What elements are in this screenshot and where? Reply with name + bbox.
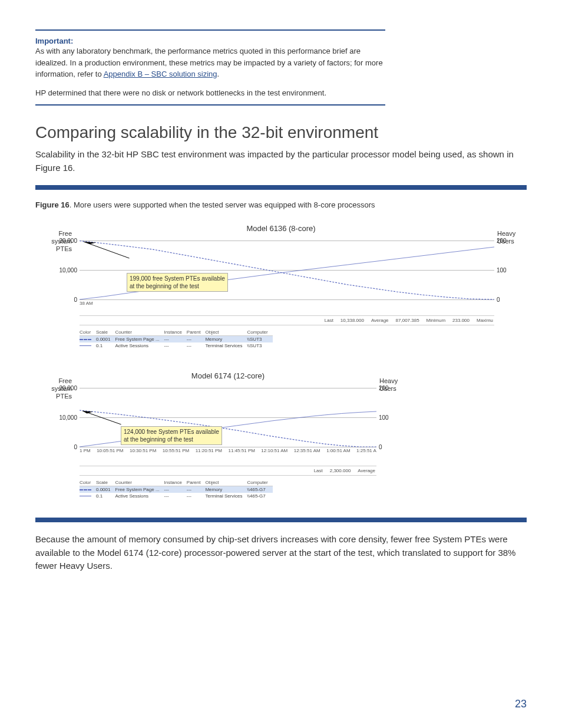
section-title: Comparing scalability in the 32-bit envi… xyxy=(35,123,527,142)
legend-row: 0.0001 Free System Page ... --- --- Memo… xyxy=(80,486,273,493)
legend-1: Color Scale Counter Instance Parent Obje… xyxy=(80,329,273,349)
chart-6174: Model 6174 (12-core) Freesystem PTEs Hea… xyxy=(35,371,468,507)
stats-row-2: Last2,300.000 Average xyxy=(80,466,376,476)
ytick: 20,000 xyxy=(59,238,77,244)
ytick: 10,000 xyxy=(59,414,77,421)
x-labels-2: 1 PM 10:05:51 PM 10:30:51 PM 10:55:51 PM… xyxy=(80,447,376,453)
divider-bar-bottom xyxy=(35,518,527,522)
svg-line-0 xyxy=(84,242,129,258)
important-label: Important: xyxy=(35,37,385,45)
page-number: 23 xyxy=(515,698,527,710)
figure-caption: Figure 16. More users were supported whe… xyxy=(35,200,527,209)
figure-caption-text: . More users were supported when the tes… xyxy=(70,200,375,209)
ytick-r: 200 xyxy=(379,385,389,391)
important-note: Important: As with any laboratory benchm… xyxy=(35,29,385,106)
important-followup: HP determined that there were no disk or… xyxy=(35,87,385,99)
ytick: 10,000 xyxy=(59,267,77,274)
important-body: As with any laboratory benchmark, the pe… xyxy=(35,45,385,80)
chart-title-1: Model 6136 (8-core) xyxy=(35,224,527,233)
appendix-link[interactable]: Appendix B – SBC solution sizing xyxy=(104,70,217,78)
ytick-r: 0 xyxy=(497,297,500,303)
legend-row: 0.0001 Free System Page ... --- --- Memo… xyxy=(80,336,273,343)
swatch-icon xyxy=(80,339,91,340)
legend-row: 0.1 Active Sessions --- --- Terminal Ser… xyxy=(80,342,273,349)
ytick-r: 100 xyxy=(497,267,507,274)
divider-bar-top xyxy=(35,185,527,190)
section-intro: Scalability in the 32-bit HP SBC test en… xyxy=(35,148,527,174)
ytick: 0 xyxy=(74,297,77,303)
chart-6136: Model 6136 (8-core) Freesystem PTEs Heav… xyxy=(35,224,527,354)
chart-title-2: Model 6174 (12-core) xyxy=(80,371,376,380)
legend-2: Color Scale Counter Instance Parent Obje… xyxy=(80,479,273,499)
ytick: 0 xyxy=(74,444,77,450)
conclusion-text: Because the amount of memory consumed by… xyxy=(35,533,527,573)
figure-16: Model 6136 (8-core) Freesystem PTEs Heav… xyxy=(35,224,527,507)
ytick-r: 200 xyxy=(497,238,507,244)
swatch-icon xyxy=(80,489,91,490)
callout-2: 124,000 free System PTEs availableat the… xyxy=(121,426,222,445)
plot-area-1: 20,000 10,000 0 200 100 0 199,000 free S… xyxy=(80,241,494,299)
figure-label: Figure 16 xyxy=(35,200,70,209)
legend-row: 0.1 Active Sessions --- --- Terminal Ser… xyxy=(80,493,273,499)
ytick-r: 100 xyxy=(379,414,389,421)
swatch-icon xyxy=(80,345,91,346)
swatch-icon xyxy=(80,496,91,496)
stats-row-1: Last10,338.000 Average87,007.385 Minimum… xyxy=(80,315,494,325)
plot-area-2: 20,000 10,000 0 200 100 0 124,000 free S… xyxy=(80,388,376,447)
callout-1: 199,000 free System PTEs availableat the… xyxy=(127,273,228,292)
x-labels-1: 38 AM xyxy=(80,299,494,306)
ytick-r: 0 xyxy=(379,444,382,450)
ytick: 20,000 xyxy=(59,385,77,391)
important-after-link: . xyxy=(217,70,220,78)
